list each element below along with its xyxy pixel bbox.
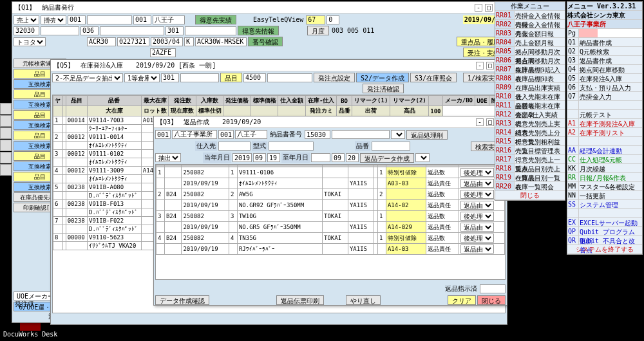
tsuki-button[interactable]: 月度 xyxy=(307,26,329,35)
table-row[interactable]: 2019/09/19RJﾜｲﾊﾞｰﾗﾊﾞｰYA1ISA14-03返品責任返品由 xyxy=(156,244,505,255)
menu-item[interactable]: Q4拠点間在庫移動 xyxy=(567,65,642,74)
menu-item[interactable]: EXEXCELサーバー起動 xyxy=(567,218,642,227)
slider[interactable] xyxy=(579,29,642,37)
mk-input[interactable] xyxy=(195,37,247,46)
menu-item[interactable]: RR03売上金額日報 xyxy=(495,29,565,38)
menu-item[interactable]: RR10仕入先期末在庫金額表 xyxy=(495,92,565,101)
sel-kakeuri[interactable]: 掛売 xyxy=(41,15,66,24)
menu-item[interactable]: RR15得意先別粗利益一覧 xyxy=(495,137,565,146)
menu-item[interactable]: KK月次繰越 xyxy=(567,164,642,173)
menu-item[interactable]: MMマスター&各種設定 xyxy=(567,182,642,191)
menu-item[interactable]: RR17得意先別売上一覧表 xyxy=(495,155,565,164)
etv-val2[interactable] xyxy=(327,15,339,24)
menu-item[interactable] xyxy=(567,137,642,146)
hinban-input[interactable] xyxy=(372,142,410,151)
titlebar[interactable]: 【Q1】 納品書発行 -□× xyxy=(12,2,506,14)
nouhin-input[interactable] xyxy=(305,130,330,139)
maker-select[interactable]: トヨタ xyxy=(14,37,46,46)
table-row[interactable]: 12500821V9111-01061特別引値除返品数後処理 xyxy=(156,167,505,178)
max-icon[interactable]: □ xyxy=(486,118,494,126)
mk-input[interactable] xyxy=(117,37,149,46)
menu-item[interactable]: Q7売掛金入力 xyxy=(567,92,642,101)
bangou-button[interactable]: 番号確認 xyxy=(248,37,283,46)
souko-select[interactable]: 1等倉庫 xyxy=(124,73,160,82)
titlebar[interactable]: 【Q5】 在庫発注&入庫 2019/09/20 [西条 一朗] -□× xyxy=(51,60,507,71)
menu-item[interactable]: Q3返品書作成 xyxy=(567,56,642,65)
kata-input[interactable] xyxy=(269,142,314,151)
menu-item[interactable]: RR02売掛金入金情報月報 xyxy=(495,20,565,29)
menu-item[interactable]: RR13得意先別売上実績表 xyxy=(495,119,565,128)
sel[interactable] xyxy=(415,153,430,162)
s2-button[interactable]: S2/データ作成 xyxy=(356,73,409,82)
blank-input[interactable] xyxy=(332,130,390,139)
menu-item[interactable]: RR18重点品目別売上一覧表 xyxy=(495,164,565,173)
code-input[interactable] xyxy=(68,15,86,24)
hinmoku-button[interactable]: 品目 xyxy=(220,73,242,82)
table-row[interactable]: 2019/09/19NO.GR5 GFﾗﾊﾞｰ350MMYA1ISA14-029… xyxy=(156,222,505,233)
menu-item[interactable]: Q6支払・預り品入力 xyxy=(567,83,642,92)
office-input[interactable] xyxy=(172,130,217,139)
clear-button[interactable]: クリア xyxy=(448,295,476,305)
min-icon[interactable]: - xyxy=(476,118,484,126)
menu-item[interactable]: 元帳テスト xyxy=(567,110,642,119)
menu-item[interactable]: RR12売上&仕入実績表 xyxy=(495,110,565,119)
close-button[interactable]: 閉じる xyxy=(477,295,506,305)
menu-item[interactable]: A2在庫予測リスト xyxy=(567,128,642,137)
fusoku-select[interactable]: 2-不足品データ抽出 xyxy=(52,73,123,82)
menu-item[interactable]: RR01売掛金入金情報日報 xyxy=(495,11,565,20)
num-input[interactable] xyxy=(80,26,99,35)
d-input[interactable] xyxy=(267,153,280,162)
taskbar-icon[interactable] xyxy=(0,103,12,115)
blank-input[interactable] xyxy=(267,73,312,82)
m-input[interactable] xyxy=(253,153,266,162)
menu-item[interactable]: RR06拠点間移動月次集計表 xyxy=(495,56,565,65)
blank-input[interactable] xyxy=(87,15,132,24)
mk-input[interactable] xyxy=(184,37,194,46)
place-input[interactable] xyxy=(153,15,185,24)
code-input[interactable] xyxy=(155,130,171,139)
menu-item[interactable]: SSシステム管理 xyxy=(567,200,642,209)
blank-input[interactable] xyxy=(41,26,79,35)
denpyo-button[interactable]: 返品伝票印刷 xyxy=(276,295,324,305)
place-input[interactable] xyxy=(235,130,267,139)
m-input[interactable] xyxy=(332,153,345,162)
sel[interactable] xyxy=(391,130,405,139)
hatchu-button[interactable]: 発注点設定 xyxy=(314,73,355,82)
taskbar-icon[interactable] xyxy=(0,164,12,176)
num-input[interactable] xyxy=(14,26,39,35)
menu-item[interactable]: A1在庫予測発注&入庫 xyxy=(567,119,642,128)
menu-item[interactable]: NN一括更新 xyxy=(567,191,642,200)
menu-item[interactable]: RR08在庫品棚卸表 xyxy=(495,74,565,83)
henpin-button[interactable]: 返品処理削 xyxy=(406,130,448,140)
sel-uriage[interactable]: 売上 xyxy=(14,15,39,24)
mk-input[interactable] xyxy=(87,37,116,46)
taskbar-icon[interactable] xyxy=(0,152,12,163)
menu-item[interactable] xyxy=(567,209,642,218)
min-icon[interactable]: - xyxy=(476,62,484,69)
menu-item[interactable]: RR05拠点間移動月次照合表 xyxy=(495,47,565,56)
num-input[interactable] xyxy=(166,26,184,35)
taskbar-icon[interactable] xyxy=(0,127,12,139)
table-row[interactable]: 2019/09/19ｵｲﾙｴﾚﾒﾝﾄﾀｸﾃｨYA1ISA03-03返品責任返品由 xyxy=(156,178,505,189)
max-icon[interactable]: □ xyxy=(486,62,494,69)
menu-item[interactable]: CC仕入処理&元帳 xyxy=(567,155,642,164)
code-input[interactable] xyxy=(218,130,234,139)
s3-button[interactable]: S3/在庫照会 xyxy=(410,73,457,82)
menu-item[interactable]: QPQubit プログラム更新 xyxy=(567,227,642,236)
tokuisaki-button[interactable]: 得意先実績 xyxy=(195,15,236,24)
code-input[interactable] xyxy=(133,15,151,24)
quit-link[interactable]: システムを終了する xyxy=(576,245,634,253)
blank-input[interactable] xyxy=(185,26,236,35)
titlebar[interactable]: 【Q3】 返品作成 2019/09/20 -□× xyxy=(154,116,507,128)
menu-item[interactable]: RR07在庫品棚卸記入表 xyxy=(495,65,565,74)
hatchuconf-button[interactable]: 発注済確認 xyxy=(363,84,404,93)
menu-item[interactable]: RR16売上目標管理表 xyxy=(495,146,565,155)
close-link[interactable]: 閉じる xyxy=(520,191,540,199)
yarinaoshi-button[interactable]: やり直し xyxy=(346,295,381,305)
d-input[interactable] xyxy=(346,153,359,162)
max-icon[interactable]: □ xyxy=(485,4,493,12)
name-input[interactable] xyxy=(180,73,219,82)
data-button[interactable]: 返品データ作成 xyxy=(360,153,414,163)
min-icon[interactable]: - xyxy=(475,4,482,12)
blank-input[interactable] xyxy=(100,26,164,35)
